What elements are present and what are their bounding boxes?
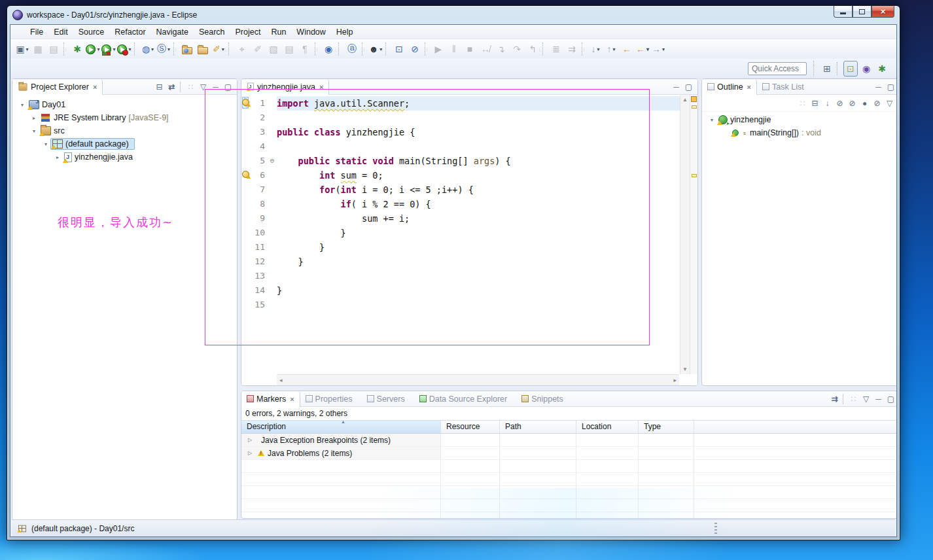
maximize-button[interactable] xyxy=(853,6,871,18)
tree-item-src[interactable]: ▾ src xyxy=(12,124,237,137)
code-text[interactable]: sum += i; xyxy=(277,211,680,226)
code-text[interactable]: } xyxy=(277,283,680,298)
code-line[interactable]: 6 int sum = 0; xyxy=(241,168,680,183)
code-text[interactable]: } xyxy=(277,254,680,269)
menu-help[interactable]: Help xyxy=(331,26,359,38)
hide-local-types-icon[interactable]: ⊘ xyxy=(871,97,883,110)
filters-icon[interactable]: ⇉ xyxy=(828,393,841,406)
tree-item-yinzhengjie-java[interactable]: ▸ yinzhengjie.java xyxy=(12,150,237,164)
status-drag-handle[interactable] xyxy=(714,523,717,534)
maximize-icon[interactable]: ▢ xyxy=(222,80,234,94)
code-text[interactable] xyxy=(277,298,680,312)
sort-icon[interactable]: ↓ xyxy=(821,97,834,110)
code-text[interactable] xyxy=(277,269,680,283)
editor-horizontal-scrollbar[interactable]: ◂ ▸ xyxy=(277,374,679,385)
menu-source[interactable]: Source xyxy=(73,26,110,38)
warning-lightbulb-icon[interactable] xyxy=(242,171,249,178)
show-whitespace-icon[interactable]: ¶ xyxy=(298,41,312,57)
menu-search[interactable]: Search xyxy=(194,26,230,38)
web-service-icon[interactable]: Ⓢ xyxy=(156,41,171,57)
menu-edit[interactable]: Edit xyxy=(48,26,73,38)
menu-file[interactable]: File xyxy=(25,26,48,38)
last-edit-location-icon[interactable]: ← xyxy=(620,41,634,57)
column-path[interactable]: Path xyxy=(500,421,576,433)
outline-item-main-method[interactable]: s main(String[]) : void xyxy=(702,126,897,139)
code-text[interactable]: int sum = 0; xyxy=(277,168,680,183)
tree-item-day01[interactable]: ▾ Day01 xyxy=(12,98,237,111)
focus-icon[interactable]: ∷ xyxy=(185,80,197,94)
code-line[interactable]: 1import java.util.Scanner; xyxy=(241,96,680,111)
code-line[interactable]: 15 xyxy=(241,298,680,312)
row-expander[interactable]: ▷ xyxy=(245,437,255,443)
back-icon[interactable]: ← xyxy=(635,41,650,57)
code-line[interactable]: 5⊖ public static void main(String[] args… xyxy=(241,154,680,168)
step-into-icon[interactable]: ↴ xyxy=(494,41,508,57)
close-icon[interactable]: × xyxy=(747,83,751,91)
tree-item-jre[interactable]: ▸ JRE System Library [JavaSE-9] xyxy=(12,111,237,124)
code-line[interactable]: 4 xyxy=(241,139,680,154)
code-text[interactable]: public class yinzhengjie { xyxy=(277,125,680,139)
code-line[interactable]: 8 if( i % 2 == 0) { xyxy=(241,197,680,211)
collapse-all-icon[interactable]: ⊟ xyxy=(809,97,821,110)
new-web-project-icon[interactable]: ◍ xyxy=(141,41,155,57)
close-icon[interactable]: × xyxy=(93,83,97,91)
marker-group-breakpoints[interactable]: ▷ Java Exception Breakpoints (2 items) xyxy=(241,434,897,447)
code-line[interactable]: 14} xyxy=(241,283,680,298)
code-line[interactable]: 3public class yinzhengjie { xyxy=(241,125,680,139)
save-all-icon[interactable]: ▤ xyxy=(46,41,61,57)
code-text[interactable]: public static void main(String[] args) { xyxy=(277,154,680,168)
link-with-editor-icon[interactable]: ⇄ xyxy=(166,80,178,94)
view-menu-icon[interactable]: ▽ xyxy=(197,80,209,94)
tree-expander[interactable]: ▸ xyxy=(53,154,62,160)
code-text[interactable] xyxy=(277,139,680,154)
code-line[interactable]: 10 } xyxy=(241,226,680,240)
tree-expander[interactable]: ▾ xyxy=(41,141,50,147)
minimize-button[interactable] xyxy=(834,6,853,18)
overview-warning-mark[interactable] xyxy=(692,174,697,177)
quick-access-input[interactable] xyxy=(748,62,807,75)
collapse-all-icon[interactable]: ⊟ xyxy=(153,80,166,94)
overview-warning-mark[interactable] xyxy=(692,105,697,109)
code-text[interactable]: } xyxy=(277,240,680,254)
hide-nonpublic-icon[interactable]: ● xyxy=(858,97,871,110)
view-menu-icon[interactable]: ▽ xyxy=(883,97,896,110)
perspective-java[interactable]: ◉ xyxy=(859,61,873,77)
menu-refactor[interactable]: Refactor xyxy=(109,26,150,38)
tab-servers[interactable]: Servers xyxy=(362,391,414,407)
web-browser-icon[interactable]: ◉ xyxy=(321,41,336,57)
tab-yinzhengjie-java[interactable]: yinzhengjie.java × xyxy=(241,79,329,95)
warning-lightbulb-icon[interactable] xyxy=(242,99,249,106)
disconnect-icon[interactable]: ↮ xyxy=(478,41,493,57)
code-text[interactable]: } xyxy=(277,226,680,240)
user-profile-icon[interactable]: ☻ xyxy=(368,41,383,57)
row-expander[interactable]: ▷ xyxy=(245,450,255,456)
format-icon[interactable]: ✐ xyxy=(251,41,265,57)
code-line[interactable]: 2 xyxy=(241,111,680,125)
run-config-icon[interactable]: ⇉ xyxy=(565,41,579,57)
pin-editor-icon[interactable]: ⌖ xyxy=(235,41,249,57)
save-icon[interactable]: ▦ xyxy=(31,41,45,57)
code-text[interactable]: for(int i = 0; i <= 5 ;i++) { xyxy=(277,183,680,197)
menu-navigate[interactable]: Navigate xyxy=(151,26,194,38)
code-text[interactable] xyxy=(277,111,680,125)
external-tools-icon[interactable]: ⓐ xyxy=(345,41,359,57)
title-bar[interactable]: workspace - Day01/src/yinzhengjie.java -… xyxy=(7,6,900,24)
open-perspective-icon[interactable]: ⊞ xyxy=(820,61,834,77)
marker-group-java-problems[interactable]: ▷ Java Problems (2 items) xyxy=(241,447,897,460)
coverage-icon[interactable] xyxy=(101,41,116,57)
tab-project-explorer[interactable]: Project Explorer × xyxy=(12,79,103,95)
tree-expander[interactable]: ▾ xyxy=(29,128,39,134)
column-location[interactable]: Location xyxy=(576,421,639,433)
code-text[interactable]: if( i % 2 == 0) { xyxy=(277,197,680,211)
import-breakpoints-icon[interactable]: ↓ xyxy=(588,41,603,57)
maximize-icon[interactable]: ▢ xyxy=(885,393,897,406)
minimize-icon[interactable]: ─ xyxy=(872,80,885,94)
tree-expander[interactable]: ▾ xyxy=(18,102,27,108)
code-text[interactable]: import java.util.Scanner; xyxy=(277,96,680,111)
export-breakpoints-icon[interactable]: ↑ xyxy=(604,41,618,57)
minimize-icon[interactable]: ─ xyxy=(872,393,885,406)
step-over-icon[interactable]: ↷ xyxy=(510,41,524,57)
profile-icon[interactable] xyxy=(117,41,132,57)
scroll-down-icon[interactable]: ▼ xyxy=(680,366,690,372)
editor-annotation-ruler[interactable] xyxy=(241,95,250,374)
